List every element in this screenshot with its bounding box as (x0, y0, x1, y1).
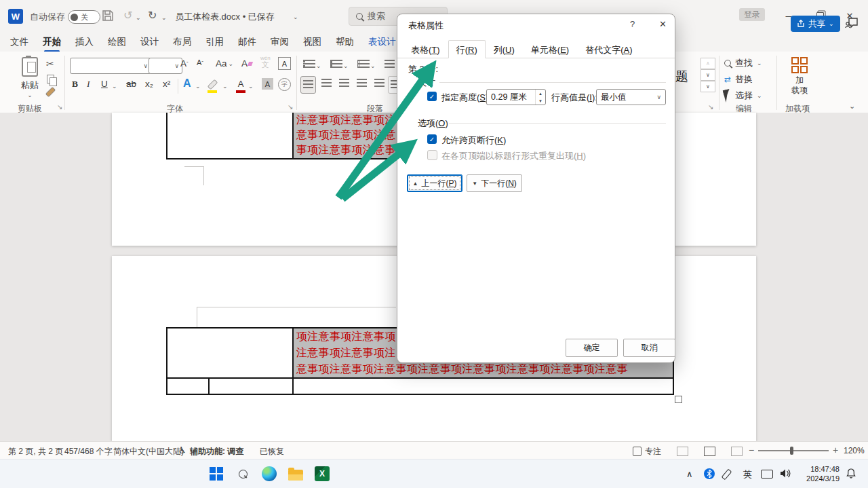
tab-draw[interactable]: 绘图 (108, 36, 126, 48)
change-case-button[interactable]: Aa⌄ (216, 58, 233, 69)
dialog-help-icon[interactable]: ? (630, 19, 635, 29)
replace-button[interactable]: ⇄ 替换 (724, 73, 753, 86)
tab-home[interactable]: 开始 (43, 36, 61, 48)
height-spinbox[interactable]: 0.29 厘米 ▲ ▼ (486, 89, 546, 105)
bluetooth-icon[interactable] (704, 468, 715, 479)
spin-up-icon[interactable]: ▲ (536, 90, 545, 97)
font-size-combo[interactable]: ∨ (149, 58, 182, 74)
dialog-close-icon[interactable]: ✕ (659, 19, 667, 29)
shrink-font-button[interactable]: Aˇ (197, 58, 203, 67)
redo-icon[interactable]: ↻ (148, 9, 157, 22)
styles-scroll-down-button[interactable]: ∨ (701, 69, 715, 81)
find-button[interactable]: 查找 ⌄ (724, 57, 762, 69)
document-title[interactable]: 员工体检表.docx • 已保存 (175, 11, 275, 23)
justify-icon[interactable] (357, 79, 367, 87)
volume-icon[interactable] (780, 468, 791, 478)
zoom-slider-thumb[interactable] (790, 447, 793, 455)
text-effects-chevron-icon[interactable]: ⌄ (195, 83, 201, 90)
tab-mailings[interactable]: 邮件 (238, 36, 256, 48)
text-effects-button[interactable]: A (183, 77, 191, 90)
italic-button[interactable]: I (87, 79, 90, 90)
start-button[interactable] (208, 465, 225, 483)
word-count[interactable]: 457/468 个字 (64, 446, 113, 457)
undo-icon[interactable]: ↺ (123, 9, 132, 22)
clock[interactable]: 18:47:48 2024/3/19 (799, 465, 840, 484)
table2-text-line[interactable]: 注意事项注意事项注 (296, 346, 396, 360)
taskbar-search-button[interactable] (234, 465, 252, 483)
zoom-in-icon[interactable]: + (833, 445, 838, 455)
align-center-icon[interactable] (321, 79, 332, 87)
tray-chevron-icon[interactable]: ∧ (686, 469, 693, 479)
tab-design[interactable]: 设计 (140, 36, 159, 48)
dialog-tab-column[interactable]: 列(U) (486, 40, 523, 58)
copy-icon[interactable] (47, 75, 54, 83)
character-border-button[interactable]: A (278, 57, 291, 70)
table1-text-line[interactable]: 事项注意事项注意事 (296, 143, 396, 157)
table2-text-line[interactable]: 意事项注意事项注意事项注意事项注意事项注意事项注意事项注意事 (296, 362, 628, 377)
numbering-chevron-icon[interactable]: ⌄ (343, 62, 349, 69)
zoom-out-icon[interactable]: − (749, 445, 754, 455)
font-color-chevron-icon[interactable]: ⌄ (248, 83, 254, 90)
strikethrough-button[interactable]: ab (126, 79, 136, 89)
cancel-button[interactable]: 取消 (623, 339, 675, 357)
specify-height-checkbox[interactable]: ✓ (427, 92, 437, 101)
tab-help[interactable]: 帮助 (336, 36, 354, 48)
highlight-button[interactable] (208, 77, 218, 93)
autosave-toggle[interactable]: 关 (68, 10, 100, 24)
underline-chevron-icon[interactable]: ⌄ (112, 83, 117, 90)
tab-view[interactable]: 视图 (303, 36, 321, 48)
ok-button[interactable]: 确定 (566, 339, 618, 357)
file-explorer-button[interactable] (287, 465, 304, 483)
tab-table-design[interactable]: 表设计 (368, 36, 396, 48)
bullets-icon[interactable] (303, 60, 315, 68)
signin-button[interactable]: 登录 (739, 8, 765, 21)
cut-icon[interactable]: ✂ (46, 58, 54, 69)
web-layout-icon[interactable] (731, 447, 743, 456)
redo-chevron-icon[interactable]: ⌄ (161, 14, 167, 21)
table2-text-line[interactable]: 项注意事项注意事项 (296, 330, 396, 344)
enclose-characters-button[interactable]: 字 (278, 78, 291, 91)
bold-button[interactable]: B (72, 79, 78, 90)
comments-icon[interactable] (845, 18, 859, 30)
previous-row-button[interactable]: ▲ 上一行(P) (407, 174, 462, 192)
tab-file[interactable]: 文件 (10, 36, 28, 48)
spin-down-icon[interactable]: ▼ (536, 97, 545, 105)
align-right-icon[interactable] (339, 79, 349, 87)
subscript-button[interactable]: x₂ (145, 79, 153, 89)
collapse-ribbon-icon[interactable]: ⌄ (849, 102, 855, 111)
font-name-combo[interactable]: ∨ (70, 58, 151, 74)
save-icon[interactable] (102, 10, 114, 22)
zoom-slider-track[interactable] (758, 450, 829, 451)
align-left-button[interactable] (300, 76, 316, 94)
tab-insert[interactable]: 插入 (75, 36, 94, 48)
clipboard-dialog-launcher[interactable]: ↘ (57, 103, 62, 111)
select-button[interactable]: 选择 ⌄ (724, 90, 762, 102)
clear-formatting-button[interactable]: A (241, 58, 252, 69)
tab-layout[interactable]: 布局 (173, 36, 191, 48)
undo-chevron-icon[interactable]: ⌄ (136, 14, 141, 21)
underline-button[interactable]: U (101, 79, 108, 89)
next-row-button[interactable]: ▼ 下一行(N) (467, 174, 522, 192)
edge-button[interactable] (260, 465, 278, 483)
row-height-select[interactable]: 最小值 ∨ (596, 89, 666, 105)
dialog-tab-table[interactable]: 表格(T) (403, 40, 448, 58)
format-painter-icon[interactable] (45, 87, 56, 98)
decrease-indent-icon[interactable] (384, 60, 395, 68)
recovered-status[interactable]: 已恢复 (260, 446, 284, 457)
tab-references[interactable]: 引用 (205, 36, 224, 48)
print-layout-icon[interactable] (704, 447, 715, 456)
styles-dialog-launcher[interactable]: ↘ (708, 103, 713, 111)
styles-more-button[interactable]: ∨ (701, 81, 715, 92)
font-dialog-launcher[interactable]: ↘ (288, 103, 293, 111)
tab-review[interactable]: 审阅 (271, 36, 289, 48)
dialog-tab-alttext[interactable]: 替代文字(A) (577, 40, 640, 58)
height-spinner[interactable]: ▲ ▼ (535, 90, 545, 105)
styles-gallery-partial[interactable]: 题 (675, 68, 688, 86)
superscript-button[interactable]: x² (163, 79, 170, 89)
highlight-chevron-icon[interactable]: ⌄ (222, 83, 228, 90)
distribute-icon[interactable] (374, 79, 384, 87)
focus-mode-button[interactable]: 专注 (645, 446, 661, 457)
numbering-icon[interactable] (330, 60, 342, 68)
character-shading-button[interactable]: A (262, 78, 273, 90)
accessibility-status[interactable]: 辅助功能: 调查 (190, 446, 243, 457)
